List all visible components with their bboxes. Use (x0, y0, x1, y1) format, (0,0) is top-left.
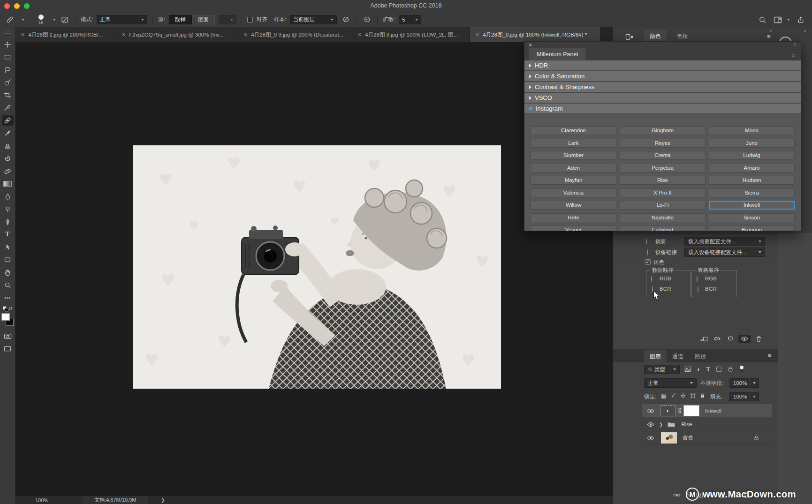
foreground-color-swatch[interactable] (1, 313, 10, 321)
lock-move-icon[interactable] (680, 393, 686, 399)
healing-brush-tool[interactable] (2, 115, 14, 126)
close-tab-icon[interactable]: ✕ (475, 32, 479, 38)
collapsed-panel-icon[interactable] (625, 34, 634, 40)
panel-menu-icon[interactable]: ≡ (791, 52, 795, 59)
opacity-chevron[interactable] (750, 378, 759, 388)
link-layers-icon[interactable] (673, 493, 681, 497)
section-contrast-sharpness[interactable]: Contrast & Sharpness (524, 82, 801, 93)
tool-preset-chevron[interactable] (22, 19, 24, 21)
filter-button-crema[interactable]: Crema (620, 151, 706, 160)
filter-button-valencia[interactable]: Valencia (531, 188, 616, 197)
filter-button-rise[interactable]: Rise (620, 176, 706, 185)
eraser-tool[interactable] (2, 166, 14, 176)
filter-button-willow[interactable]: Willow (531, 201, 616, 210)
screen-mode-button[interactable] (2, 344, 14, 354)
filter-button-hefe[interactable]: Hefe (531, 213, 616, 222)
reset-icon[interactable] (727, 336, 733, 342)
summary-radio[interactable] (646, 238, 647, 245)
swap-colors-icon[interactable]: ⇄ (9, 306, 13, 311)
layer-row-inkwell[interactable]: ◐ Inkwell (642, 404, 772, 418)
marquee-tool[interactable] (2, 52, 14, 62)
close-tab-icon[interactable]: ✕ (243, 32, 248, 38)
device-link-radio[interactable] (647, 249, 648, 256)
adjustment-layer-thumbnail[interactable]: ◐ (660, 405, 676, 416)
quick-selection-tool[interactable] (2, 77, 14, 88)
layers-panel-menu-icon[interactable]: ≡ (768, 352, 772, 359)
collapse-dock-icon[interactable]: « (804, 28, 806, 33)
toggle-visibility-icon[interactable] (738, 335, 751, 343)
document-tab[interactable]: ✕F2vpZGQ7Sq_small.jpg @ 300% (Inv... (116, 27, 238, 42)
layer-name[interactable]: 背景 (683, 435, 693, 442)
layer-thumbnail[interactable] (661, 432, 677, 444)
brush-tool[interactable] (2, 128, 14, 138)
filter-button-aden[interactable]: Aden (531, 164, 616, 173)
tool-preset-icon[interactable] (5, 15, 15, 25)
path-selection-tool[interactable] (2, 242, 14, 252)
pen-tool[interactable] (2, 217, 14, 227)
move-tool[interactable] (2, 39, 14, 50)
device-link-select[interactable]: 载入设备链接配置文件... (684, 248, 765, 257)
swatches-panel-tab[interactable]: 色板 (671, 30, 694, 42)
close-tab-icon[interactable]: ✕ (121, 32, 126, 38)
blend-mode-select[interactable]: 正常 (644, 378, 697, 388)
diffusion-select[interactable]: 5 (399, 15, 421, 24)
align-checkbox[interactable] (247, 17, 253, 23)
color-panel-tab[interactable]: 颜色 (644, 30, 667, 42)
filter-button-moon[interactable]: Moon (709, 126, 795, 135)
toolbar-handle[interactable] (4, 31, 11, 34)
filter-button-vesper[interactable]: Vesper (531, 226, 616, 231)
smart-object-filter-icon[interactable] (728, 366, 733, 372)
filter-button-brannan[interactable]: Brannan (709, 226, 795, 231)
table-order-rgb-radio[interactable] (697, 276, 698, 282)
layer-filter-type-select[interactable]: 类型 (644, 365, 680, 374)
hand-tool[interactable] (2, 267, 14, 278)
section-instagram[interactable]: Instagram (524, 104, 801, 114)
clone-stamp-tool[interactable] (2, 141, 14, 151)
zoom-tool[interactable] (2, 280, 14, 290)
filter-button-perpetua[interactable]: Perpetua (620, 164, 706, 173)
filter-button-clarendon[interactable]: Clarendon (531, 126, 616, 135)
section-hdr[interactable]: HDR (524, 60, 801, 71)
zoom-level[interactable]: 100% (35, 497, 48, 503)
dither-checkbox[interactable]: ✓ (645, 259, 651, 265)
lasso-tool[interactable] (2, 65, 14, 75)
filter-button-juno[interactable]: Juno (709, 139, 795, 148)
delete-icon[interactable] (756, 336, 762, 342)
gradient-tool[interactable] (2, 179, 14, 189)
sample-select[interactable]: 当前图层 (290, 15, 337, 24)
filter-toggle-switch[interactable] (739, 365, 744, 373)
brush-size-picker[interactable]: 19 (35, 15, 46, 25)
filter-button-inkwell-selected[interactable]: Inkwell (709, 201, 795, 210)
history-brush-tool[interactable] (2, 153, 14, 164)
layer-row-rise[interactable]: ❯ Rise (642, 418, 772, 431)
section-vsco[interactable]: VSCO (524, 93, 801, 104)
quick-mask-button[interactable] (2, 331, 14, 341)
table-order-bgr-radio[interactable] (698, 286, 698, 293)
fill-value[interactable]: 100% (729, 392, 749, 401)
close-panel-icon[interactable]: ✕ (528, 42, 532, 48)
pressure-size-icon[interactable] (362, 15, 372, 25)
foreground-background-swatches[interactable] (1, 313, 14, 326)
document-tab[interactable]: ✕4月28图 2.jpg @ 200%(RGB/... (15, 27, 116, 42)
lock-artboard-icon[interactable] (690, 393, 696, 399)
layer-visibility-icon[interactable] (647, 422, 654, 427)
eyedropper-tool[interactable] (2, 103, 14, 113)
filter-button-lark[interactable]: Lark (531, 139, 616, 148)
document-tab-active[interactable]: ✕4月28图_0.jpg @ 100% (Inkwell, RGB/8#) * (470, 27, 601, 42)
layer-mask-thumbnail[interactable] (683, 405, 699, 416)
type-filter-icon[interactable]: T (706, 366, 710, 373)
filter-button-slumber[interactable]: Slumber (531, 151, 616, 160)
filter-button-xproii[interactable]: X Pro II (620, 188, 706, 197)
type-tool[interactable]: T (2, 229, 14, 240)
pixel-filter-icon[interactable] (684, 366, 691, 372)
document-tab[interactable]: ✕4月28图_0 3.jpg @ 200% (Desaturat... (238, 27, 352, 42)
edit-toolbar-ellipsis[interactable]: ••• (2, 293, 14, 303)
adjustment-filter-icon[interactable]: ◐ (697, 366, 701, 373)
lock-transparent-icon[interactable]: ▦ (661, 392, 666, 399)
canvas-area[interactable]: ♥♥♥ ♥♥♥ ♥♥♥ ♥♥♥ (15, 42, 613, 496)
pattern-source-button[interactable]: 图案 (192, 15, 215, 24)
ignore-adjustment-layers-icon[interactable] (341, 15, 351, 25)
close-tab-icon[interactable]: ✕ (357, 32, 362, 38)
document-tab[interactable]: ✕4月28图 3.jpg @ 100% (LOW_2L, 图... (352, 27, 470, 42)
visibility-cycle-icon[interactable] (713, 336, 721, 342)
